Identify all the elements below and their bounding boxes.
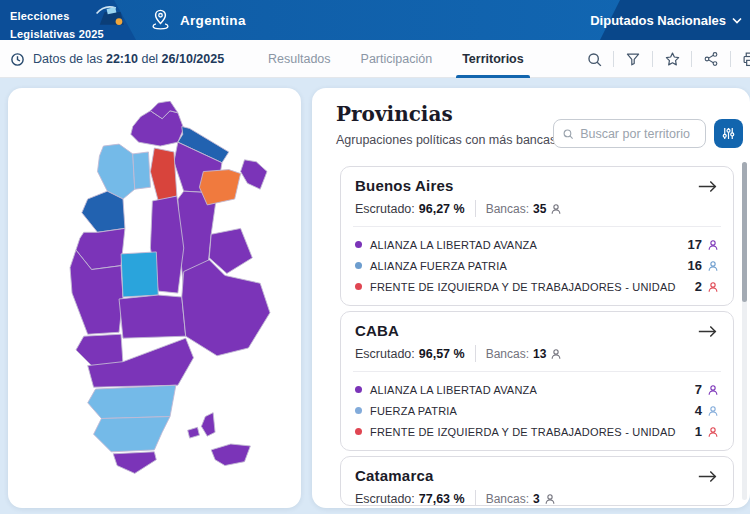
- data-timestamp: Datos de las 22:10 del 26/10/2025: [10, 40, 224, 78]
- province-card-catamarca[interactable]: Catamarca Escrutado: 77,63 % Bancas: 3: [340, 456, 734, 506]
- party-row: ALIANZA LA LIBERTAD AVANZA 17: [355, 234, 719, 255]
- party-name: ALIANZA LA LIBERTAD AVANZA: [370, 384, 537, 396]
- map-islas-malvinas[interactable]: [188, 427, 200, 438]
- tab-participacion[interactable]: Participación: [361, 40, 433, 78]
- map-province-santiago-del-estero[interactable]: [150, 148, 176, 201]
- person-icon: [707, 426, 719, 438]
- party-seats: 17: [688, 237, 702, 252]
- clock-icon: [10, 52, 25, 67]
- argentina-map: [68, 101, 274, 493]
- tab-resultados[interactable]: Resultados: [268, 40, 331, 78]
- divider: [730, 51, 731, 67]
- map-province-buenos-aires[interactable]: [182, 260, 270, 356]
- party-row: FRENTE DE IZQUIERDA Y DE TRABAJADORES - …: [355, 276, 719, 297]
- province-card-caba[interactable]: CABA Escrutado: 96,57 % Bancas: 13: [340, 311, 734, 451]
- divider: [691, 51, 692, 67]
- bancas-label: Bancas:: [486, 347, 529, 361]
- map-province-salta[interactable]: [131, 111, 184, 146]
- escrutado-label: Escrutado:: [355, 202, 415, 216]
- datos-mid: del: [141, 52, 158, 66]
- divider: [475, 490, 476, 506]
- location-label: Argentina: [180, 13, 246, 28]
- divider: [353, 226, 721, 227]
- toolbar-actions: [582, 40, 750, 78]
- app-window: Elecciones Legislativas 2025 Argentina D…: [0, 0, 750, 514]
- divider: [475, 200, 476, 217]
- datos-prefix: Datos de las: [33, 52, 102, 66]
- map-province-catamarca[interactable]: [98, 144, 135, 199]
- province-card-buenos-aires[interactable]: Buenos Aires Escrutado: 96,27 % Bancas: …: [340, 166, 734, 306]
- search-icon[interactable]: [582, 51, 606, 68]
- bancas-label: Bancas:: [486, 492, 529, 506]
- arrow-right-icon[interactable]: [697, 179, 719, 194]
- map-province-la-rioja[interactable]: [82, 191, 125, 232]
- party-color-dot: [355, 386, 362, 393]
- ballot-box-icon: [94, 4, 128, 28]
- category-selector[interactable]: Diputados Nacionales: [590, 0, 742, 40]
- map-province-tucuman[interactable]: [133, 152, 151, 189]
- province-list: Buenos Aires Escrutado: 96,27 % Bancas: …: [340, 166, 734, 508]
- person-icon: [707, 384, 719, 396]
- map-province-corrientes[interactable]: [199, 170, 240, 205]
- search-icon: [562, 127, 574, 141]
- party-row: FUERZA PATRIA 4: [355, 400, 719, 421]
- map-islas-malvinas[interactable]: [201, 413, 215, 437]
- party-name: FRENTE DE IZQUIERDA Y DE TRABAJADORES - …: [370, 281, 676, 293]
- divider: [652, 51, 653, 67]
- map-province-la-pampa[interactable]: [119, 295, 186, 338]
- party-color-dot: [355, 407, 362, 414]
- bancas-value: 3: [533, 492, 540, 506]
- escrutado-label: Escrutado:: [355, 492, 415, 506]
- divider: [613, 51, 614, 67]
- location-selector[interactable]: Argentina: [150, 0, 246, 40]
- logo-line2: Legislativas 2025: [10, 28, 104, 40]
- nav-tabs: Resultados Participación Territorios: [268, 40, 524, 78]
- party-seats: 2: [695, 279, 702, 294]
- person-icon: [707, 281, 719, 293]
- territory-search[interactable]: [553, 119, 706, 148]
- person-icon: [707, 239, 719, 251]
- party-row: ALIANZA FUERZA PATRIA 16: [355, 255, 719, 276]
- filter-icon[interactable]: [621, 51, 645, 67]
- party-name: ALIANZA FUERZA PATRIA: [370, 260, 507, 272]
- bancas-value: 35: [533, 202, 546, 216]
- list-settings-button[interactable]: [714, 119, 743, 148]
- star-icon[interactable]: [660, 51, 684, 68]
- tab-territorios[interactable]: Territorios: [462, 40, 524, 78]
- search-input[interactable]: [580, 127, 697, 141]
- party-color-dot: [355, 262, 362, 269]
- map-province-misiones[interactable]: [241, 160, 267, 189]
- print-icon[interactable]: [738, 51, 750, 68]
- map-province-san-luis[interactable]: [121, 252, 158, 297]
- map-province-chubut[interactable]: [88, 385, 176, 418]
- party-seats: 1: [695, 424, 702, 439]
- arrow-right-icon[interactable]: [697, 469, 719, 484]
- location-pin-icon: [150, 8, 171, 32]
- person-icon: [707, 405, 719, 417]
- category-label: Diputados Nacionales: [590, 13, 726, 28]
- party-seats: 4: [695, 403, 702, 418]
- bancas-value: 13: [533, 347, 546, 361]
- map-province-tierra-del-fuego[interactable]: [113, 452, 156, 474]
- party-color-dot: [355, 241, 362, 248]
- chevron-down-icon: [732, 17, 742, 24]
- escrutado-value: 96,57 %: [419, 347, 465, 361]
- party-seats: 7: [695, 382, 702, 397]
- scrollbar[interactable]: [742, 162, 747, 500]
- bancas-label: Bancas:: [486, 202, 529, 216]
- escrutado-value: 77,63 %: [419, 492, 465, 506]
- party-name: FRENTE DE IZQUIERDA Y DE TRABAJADORES - …: [370, 426, 676, 438]
- logo-line1: Elecciones: [10, 10, 69, 22]
- map-islas-malvinas[interactable]: [211, 444, 250, 466]
- share-icon[interactable]: [699, 51, 723, 67]
- arrow-right-icon[interactable]: [697, 324, 719, 339]
- divider: [475, 345, 476, 362]
- map-province-santa-cruz[interactable]: [94, 417, 170, 452]
- scrollbar-thumb[interactable]: [742, 162, 747, 302]
- map-card: [8, 88, 301, 508]
- app-logo[interactable]: Elecciones Legislativas 2025: [10, 6, 128, 40]
- province-name: Catamarca: [355, 467, 434, 484]
- party-seats: 16: [688, 258, 702, 273]
- province-name: Buenos Aires: [355, 177, 454, 194]
- party-name: ALIANZA LA LIBERTAD AVANZA: [370, 239, 537, 251]
